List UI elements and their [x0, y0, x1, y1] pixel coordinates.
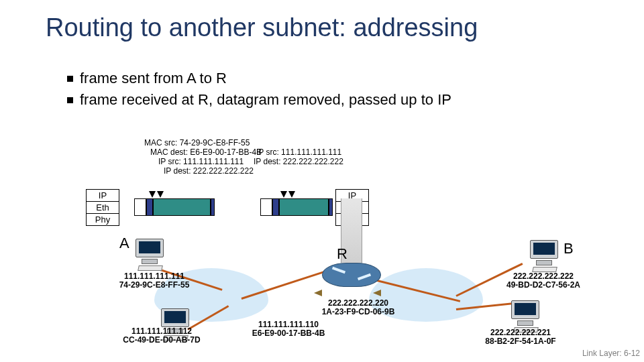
host-a-icon: [134, 239, 165, 265]
protocol-stack-a: IP Eth Phy: [86, 189, 119, 226]
host-b-icon: [529, 240, 559, 267]
bullet-icon: [67, 76, 73, 82]
bullet-text: frame sent from A to R: [80, 70, 227, 86]
addr-router-left: 111.111.111.110 E6-E9-00-17-BB-4B: [235, 320, 342, 338]
packet-ip-dest-overlay: IP dest: 222.222.222.222: [254, 157, 343, 166]
frame-at-a: [134, 198, 215, 216]
stack-phy: Phy: [87, 214, 119, 225]
packet-ip-src: IP src: 111.111.111.111: [158, 157, 244, 166]
packet-ip-dest: IP dest: 222.222.222.222: [164, 166, 254, 176]
arrow-down-icon: [157, 191, 164, 198]
arrow-left-icon: [314, 290, 322, 296]
bullet-icon: [67, 97, 73, 103]
addr-b2: 222.222.222.221 88-B2-2F-54-1A-0F: [467, 328, 574, 346]
stack-ip: IP: [87, 190, 119, 202]
frame-at-r: [260, 198, 333, 216]
addr-a: 111.111.111.111 74-29-9C-E8-FF-55: [107, 272, 201, 290]
arrow-left-icon: [373, 290, 381, 296]
arrow-down-icon: [149, 191, 156, 198]
bullet-list: frame sent from A to R frame received at…: [67, 70, 451, 113]
host-b2-icon: [510, 300, 541, 327]
host-a-label: A: [119, 235, 129, 252]
router-label: R: [337, 245, 347, 263]
arrow-down-icon: [280, 191, 287, 198]
router-icon: [322, 263, 381, 287]
slide-title: Routing to another subnet: addressing: [46, 13, 478, 42]
slide-footer: Link Layer: 6-12: [582, 349, 640, 358]
bullet-item: frame received at R, datagram removed, p…: [67, 91, 451, 109]
bullet-item: frame sent from A to R: [67, 70, 451, 87]
packet-mac-dest: MAC dest: E6-E9-00-17-BB-4B: [150, 147, 262, 157]
addr-router-right: 222.222.222.220 1A-23-F9-CD-06-9B: [305, 299, 412, 316]
addr-a2: 111.111.111.112 CC-49-DE-D0-AB-7D: [111, 327, 212, 345]
stack-eth: Eth: [87, 202, 119, 214]
packet-mac-src: MAC src: 74-29-9C-E8-FF-55: [144, 138, 250, 147]
arrow-down-icon: [288, 191, 295, 198]
addr-b: 222.222.222.222 49-BD-D2-C7-56-2A: [490, 272, 597, 290]
bullet-text: frame received at R, datagram removed, p…: [80, 91, 451, 108]
host-b-label: B: [564, 240, 574, 257]
packet-ip-src-overlay: IP src: 111.111.111.111: [256, 147, 341, 157]
